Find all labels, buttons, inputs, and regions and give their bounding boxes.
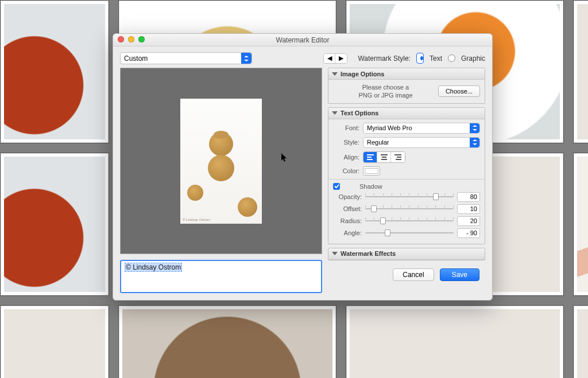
thumbnail — [573, 0, 588, 143]
watermark-text-input[interactable]: © Lindsay Ostrom — [120, 260, 322, 293]
style-graphic-label: Graphic — [461, 54, 485, 63]
align-center-button[interactable] — [377, 152, 391, 162]
shadow-checkbox[interactable] — [333, 183, 340, 190]
watermark-style-label: Watermark Style: — [358, 54, 411, 63]
disclosure-triangle-icon — [332, 252, 338, 255]
chevron-updown-icon — [241, 53, 252, 64]
color-swatch-button[interactable] — [363, 166, 380, 176]
prev-photo-button[interactable]: ◀ — [324, 54, 335, 63]
radius-label: Radius: — [333, 217, 365, 224]
opacity-slider[interactable] — [365, 192, 454, 201]
window-close-button[interactable] — [118, 36, 124, 42]
angle-slider[interactable] — [365, 228, 454, 237]
svg-rect-0 — [367, 154, 374, 155]
offset-slider[interactable] — [365, 204, 454, 213]
watermark-effects-header[interactable]: Watermark Effects — [328, 248, 485, 260]
preview-photo: © Lindsay Ostrom — [180, 99, 262, 224]
choose-image-button[interactable]: Choose... — [438, 85, 480, 97]
radius-value[interactable] — [457, 216, 480, 226]
disclosure-triangle-icon — [332, 72, 338, 76]
align-segmented-control — [363, 151, 405, 163]
chevron-updown-icon — [470, 123, 479, 133]
font-style-select[interactable]: Regular — [363, 137, 480, 148]
window-zoom-button[interactable] — [138, 36, 145, 42]
opacity-label: Opacity: — [333, 193, 365, 200]
svg-rect-5 — [381, 159, 387, 160]
preset-select[interactable]: Custom — [120, 52, 252, 64]
watermark-effects-panel: Watermark Effects — [328, 248, 485, 260]
thumbnail — [118, 305, 336, 378]
watermark-editor-dialog: Watermark Editor Custom ◀ ▶ Watermark St… — [113, 33, 493, 301]
align-right-button[interactable] — [391, 152, 405, 162]
image-options-panel: Image Options Please choose a PNG or JPG… — [328, 68, 485, 104]
shadow-label: Shadow — [359, 183, 382, 190]
cursor-icon — [281, 153, 288, 162]
watermark-preview: © Lindsay Ostrom — [120, 68, 322, 254]
align-label: Align: — [333, 154, 363, 161]
titlebar: Watermark Editor — [113, 34, 492, 46]
style-text-label: Text — [430, 54, 442, 63]
chevron-updown-icon — [470, 138, 479, 147]
style-label: Style: — [333, 139, 363, 146]
svg-rect-3 — [381, 154, 388, 155]
window-minimize-button[interactable] — [128, 36, 134, 42]
svg-rect-7 — [397, 157, 401, 158]
offset-value[interactable] — [457, 204, 480, 214]
opacity-value[interactable] — [457, 192, 480, 202]
image-options-header[interactable]: Image Options — [328, 68, 485, 80]
svg-rect-2 — [367, 159, 373, 160]
disclosure-triangle-icon — [332, 111, 338, 115]
font-label: Font: — [333, 124, 363, 131]
preset-select-value: Custom — [124, 54, 148, 63]
save-button[interactable]: Save — [440, 268, 479, 281]
radius-slider[interactable] — [365, 216, 454, 225]
angle-label: Angle: — [333, 229, 365, 236]
angle-value[interactable] — [457, 228, 480, 238]
image-options-hint: Please choose a PNG or JPG image — [333, 83, 438, 100]
text-options-panel: Text Options Font: Myriad Web Pro Style: — [328, 107, 485, 244]
watermark-text-value: © Lindsay Ostrom — [125, 263, 182, 272]
dialog-title: Watermark Editor — [276, 36, 330, 44]
preview-nav: ◀ ▶ — [323, 53, 347, 64]
style-text-radio[interactable] — [416, 53, 424, 64]
thumbnail — [573, 305, 588, 378]
preview-watermark-text: © Lindsay Ostrom — [183, 218, 210, 221]
text-options-header[interactable]: Text Options — [328, 108, 485, 119]
thumbnail — [0, 153, 109, 296]
thumbnail — [0, 305, 109, 378]
thumbnail — [0, 0, 109, 143]
next-photo-button[interactable]: ▶ — [335, 54, 347, 63]
cancel-button[interactable]: Cancel — [393, 268, 434, 281]
svg-rect-8 — [396, 159, 401, 160]
align-left-button[interactable] — [363, 152, 377, 162]
svg-rect-4 — [382, 157, 386, 158]
style-graphic-radio[interactable] — [448, 54, 455, 62]
thumbnail — [346, 305, 564, 378]
offset-label: Offset: — [333, 205, 365, 212]
color-label: Color: — [333, 167, 363, 174]
font-select[interactable]: Myriad Web Pro — [363, 123, 480, 134]
svg-rect-1 — [367, 157, 372, 158]
svg-rect-6 — [394, 154, 401, 155]
thumbnail — [573, 153, 588, 296]
